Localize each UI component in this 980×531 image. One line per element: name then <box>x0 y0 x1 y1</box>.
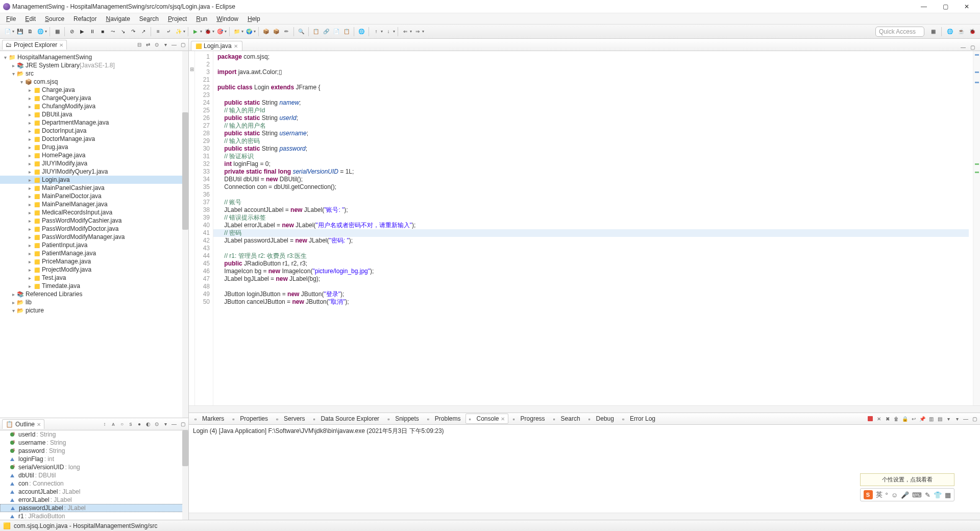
back-icon[interactable]: ⇐ <box>401 27 410 36</box>
outline-tab[interactable]: 📋 Outline ✕ <box>2 419 44 429</box>
tree-item[interactable]: ▸lib <box>0 298 188 306</box>
editor-hscrollbar[interactable] <box>189 405 980 413</box>
tree-item[interactable]: ▸Drug.java <box>0 143 188 151</box>
tree-item[interactable]: ▸PassWordModifyManager.java <box>0 233 188 241</box>
tree-item[interactable]: ▸HomePage.java <box>0 151 188 159</box>
focus-icon[interactable]: ⊙ <box>153 41 160 49</box>
bottom-tab-data-source-explorer[interactable]: ▫Data Source Explorer <box>309 414 383 424</box>
ime-punct-icon[interactable]: ° <box>886 491 888 499</box>
package-icon[interactable]: 📦 <box>261 27 271 36</box>
hide-local-icon[interactable]: ◐ <box>144 421 152 428</box>
java-perspective-icon[interactable]: ☕ <box>957 27 966 36</box>
clear-console-icon[interactable]: 🗑 <box>893 415 900 422</box>
show-console-icon[interactable]: ▤ <box>936 415 943 422</box>
new-server-icon[interactable]: 📁 <box>232 27 241 36</box>
ime-emoji-icon[interactable]: ☺ <box>891 491 898 499</box>
scroll-lock-icon[interactable]: 🔒 <box>901 415 909 422</box>
tree-item[interactable]: ▸Login.java <box>0 176 188 184</box>
tree-item[interactable]: ▸MainPanelManager.java <box>0 200 188 208</box>
outline-item[interactable]: sserialVersionUID : long <box>0 463 188 471</box>
minimize-view-icon[interactable]: — <box>960 43 967 51</box>
tree-item[interactable]: ▸ChargeQuery.java <box>0 94 188 102</box>
debug-perspective-icon[interactable]: 🐞 <box>968 27 977 36</box>
wand-icon[interactable]: ✨ <box>174 27 183 36</box>
disconnect-icon[interactable]: ⤳ <box>108 27 117 36</box>
outline-item[interactable]: spassword : String <box>0 447 188 455</box>
code-editor[interactable]: ⊞ 12321222324252627282930313233343536373… <box>189 51 980 405</box>
terminate-console-icon[interactable] <box>867 415 874 422</box>
indent-icon[interactable]: ≡ <box>154 27 163 36</box>
wizard-icon[interactable]: 📋 <box>311 27 321 36</box>
outline-item[interactable]: dbUtil : DBUtil <box>0 471 188 479</box>
outline-item[interactable]: passwordJLabel : JLabel <box>0 504 188 512</box>
minimize-button[interactable]: — <box>914 1 934 12</box>
console-hscrollbar[interactable] <box>189 513 980 520</box>
tree-item[interactable]: ▸PriceManage.java <box>0 257 188 266</box>
editor-tab-login[interactable]: 🟨 Login.java ✕ <box>191 41 242 51</box>
remove-all-icon[interactable]: ✖ <box>884 415 891 422</box>
hide-non-public-icon[interactable]: ● <box>136 421 143 428</box>
minimize-view-icon[interactable]: — <box>170 41 178 49</box>
tree-item[interactable]: ▸MainPanelCashier.java <box>0 184 188 192</box>
menu-navigate[interactable]: Navigate <box>102 14 134 23</box>
debug-icon[interactable]: 🐞 <box>203 27 212 36</box>
maximize-view-icon[interactable]: ▢ <box>179 41 186 49</box>
tree-item[interactable]: ▸DBUtil.java <box>0 110 188 118</box>
bottom-tab-progress[interactable]: ▫Progress <box>509 414 549 424</box>
tree-item[interactable]: ▸JIUYIModifyQuery1.java <box>0 167 188 176</box>
menu-project[interactable]: Project <box>164 14 191 23</box>
sogou-icon[interactable]: S <box>864 490 873 499</box>
maximize-button[interactable]: ▢ <box>935 1 955 12</box>
type-icon[interactable]: ✏ <box>282 27 291 36</box>
focus-outline-icon[interactable]: ⊙ <box>153 421 160 428</box>
tree-item[interactable]: ▾picture <box>0 306 188 315</box>
stop-server-icon[interactable]: 🌐 <box>357 27 366 36</box>
ime-skin-icon[interactable]: 👕 <box>934 491 942 499</box>
close-icon[interactable]: ✕ <box>234 43 238 49</box>
bottom-tab-servers[interactable]: ▫Servers <box>273 414 308 424</box>
sort-icon[interactable]: ↕ <box>101 421 108 428</box>
outline-item[interactable]: con : Connection <box>0 479 188 488</box>
ime-tip[interactable]: 个性设置，点我看看 <box>860 473 954 486</box>
ant-icon[interactable]: 📄 <box>332 27 341 36</box>
new-web-icon[interactable]: 🌍 <box>244 27 254 36</box>
tree-item[interactable]: ▸ChufangModify.java <box>0 102 188 110</box>
outline-item[interactable]: errorJLabel : JLabel <box>0 496 188 504</box>
remove-launch-icon[interactable]: ✕ <box>875 415 883 422</box>
tree-item[interactable]: ▸DoctorManage.java <box>0 135 188 143</box>
outline-item[interactable]: loginFlag : int <box>0 455 188 463</box>
toggle-icon[interactable]: ▦ <box>53 27 62 36</box>
step-over-icon[interactable]: ↷ <box>129 27 138 36</box>
tree-item[interactable]: ▸PatientManage.java <box>0 249 188 257</box>
tree-scrollbar[interactable] <box>182 51 188 418</box>
ime-lang[interactable]: 英 <box>876 490 883 499</box>
class-icon[interactable]: 📦 <box>272 27 281 36</box>
tree-item[interactable]: ▾com.sjsq <box>0 78 188 86</box>
quick-access[interactable]: Quick Access <box>875 27 924 37</box>
tree-item[interactable]: ▸ProjectModify.java <box>0 266 188 274</box>
link-icon[interactable]: 🔗 <box>322 27 331 36</box>
ime-keyboard-icon[interactable]: ⌨ <box>912 491 922 499</box>
minimize-view-icon[interactable]: — <box>170 421 178 428</box>
tree-item[interactable]: ▸PassWordModifyCashier.java <box>0 216 188 225</box>
bottom-tab-error-log[interactable]: ▫Error Log <box>619 414 659 424</box>
menu-window[interactable]: Window <box>212 14 242 23</box>
menu-search[interactable]: Search <box>135 14 163 23</box>
save-all-icon[interactable]: 🗎 <box>26 27 35 36</box>
java-ee-perspective-icon[interactable]: 🌐 <box>945 27 954 36</box>
project-explorer-tab[interactable]: 🗂 Project Explorer ✕ <box>2 40 67 50</box>
bottom-tab-markers[interactable]: ▫Markers <box>191 414 228 424</box>
tree-item[interactable]: ▸Charge.java <box>0 86 188 94</box>
globe-icon[interactable]: 🌐 <box>36 27 45 36</box>
coverage-icon[interactable]: 🎯 <box>215 27 225 36</box>
outline-scrollbar[interactable] <box>182 430 188 520</box>
close-button[interactable]: ✕ <box>957 1 977 12</box>
view-menu-icon[interactable]: ▾ <box>162 41 169 49</box>
tree-item[interactable]: ▸Test.java <box>0 274 188 282</box>
tree-item[interactable]: ▸MainPanelDoctor.java <box>0 192 188 200</box>
collapse-all-icon[interactable]: ⊟ <box>136 41 143 49</box>
forward-icon[interactable]: ⇒ <box>413 27 422 36</box>
minimize-view-icon[interactable]: — <box>962 415 969 422</box>
tree-item[interactable]: ▸JIUYIModify.java <box>0 159 188 167</box>
maximize-view-icon[interactable]: ▢ <box>179 421 186 428</box>
